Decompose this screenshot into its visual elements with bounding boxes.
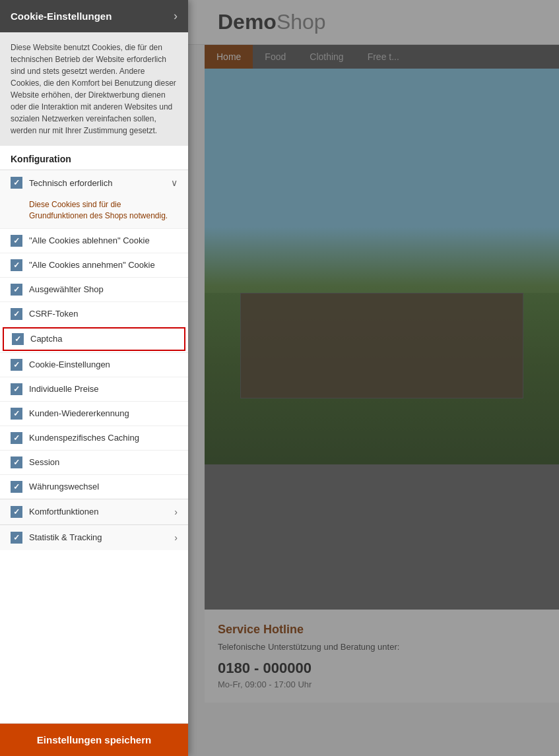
cookie-item-kundenspezifisches-caching[interactable]: ✓ Kundenspezifisches Caching xyxy=(0,425,188,450)
check-icon: ✓ xyxy=(13,178,20,187)
service-hours: Mo-Fr, 09:00 - 17:00 Uhr xyxy=(218,679,546,689)
cookie-list: ✓ Technisch erforderlich ∨ Diese Cookies… xyxy=(0,170,188,723)
kunden-wiedererkennung-checkbox[interactable]: ✓ xyxy=(11,408,22,420)
check-icon: ✓ xyxy=(13,360,20,369)
service-phone: 0180 - 000000 xyxy=(218,660,546,677)
kundenspezifisches-caching-label: Kundenspezifisches Caching xyxy=(29,433,139,443)
check-icon: ✓ xyxy=(13,409,20,418)
captcha-label: Captcha xyxy=(30,334,62,344)
shop-hero-image xyxy=(205,69,559,464)
statistik-tracking-checkbox[interactable]: ✓ xyxy=(11,532,22,544)
check-icon: ✓ xyxy=(13,236,20,245)
captcha-checkbox[interactable]: ✓ xyxy=(12,333,24,345)
individuelle-preise-label: Individuelle Preise xyxy=(29,384,99,394)
nav-food[interactable]: Food xyxy=(253,45,298,69)
cookie-item-ausgewaehlter-shop[interactable]: ✓ Ausgewählter Shop xyxy=(0,277,188,301)
shop-logo: DemoShop xyxy=(218,10,326,34)
check-icon: ✓ xyxy=(13,285,20,294)
logo-light: Shop xyxy=(277,10,326,34)
cookie-item-cookie-einstellungen[interactable]: ✓ Cookie-Einstellungen xyxy=(0,352,188,377)
cookie-item-alle-ablehnen[interactable]: ✓ "Alle Cookies ablehnen" Cookie xyxy=(0,228,188,253)
statistik-tracking-chevron-icon: › xyxy=(174,532,178,543)
check-icon: ✓ xyxy=(13,533,20,542)
cookie-einstellungen-label: Cookie-Einstellungen xyxy=(29,360,110,369)
check-icon: ✓ xyxy=(15,334,21,344)
session-label: Session xyxy=(29,457,59,467)
cookie-description: Diese Website benutzt Cookies, die für d… xyxy=(0,32,188,146)
technisch-description: Diese Cookies sind für die Grundfunktion… xyxy=(0,195,188,228)
save-settings-button[interactable]: Einstellungen speichern xyxy=(0,724,188,756)
technisch-chevron-icon: ∨ xyxy=(171,177,178,188)
nav-home[interactable]: Home xyxy=(205,45,253,69)
cookie-panel-title: Cookie-Einstellungen xyxy=(11,11,112,22)
shop-content xyxy=(205,69,559,610)
konfiguration-section: Konfiguration xyxy=(0,146,188,170)
waehrungswechsel-label: Währungswechsel xyxy=(29,482,99,491)
cookie-group-statistik-tracking[interactable]: ✓ Statistik & Tracking › xyxy=(0,524,188,550)
waehrungswechsel-checkbox[interactable]: ✓ xyxy=(11,481,22,493)
cookie-item-alle-annehmen[interactable]: ✓ "Alle Cookies annehmen" Cookie xyxy=(0,253,188,277)
cookie-footer: Einstellungen speichern xyxy=(0,723,188,756)
service-title: Service Hotline xyxy=(218,623,546,637)
csrf-token-checkbox[interactable]: ✓ xyxy=(11,308,22,320)
kundenspezifisches-caching-checkbox[interactable]: ✓ xyxy=(11,432,22,444)
nav-free[interactable]: Free t... xyxy=(356,45,411,69)
konfiguration-title: Konfiguration xyxy=(11,154,178,164)
komfortfunktionen-chevron-icon: › xyxy=(174,507,178,517)
shop-nav: Home Food Clothing Free t... xyxy=(205,45,559,69)
statistik-tracking-label: Statistik & Tracking xyxy=(29,532,174,542)
komfortfunktionen-checkbox[interactable]: ✓ xyxy=(11,506,22,518)
check-icon: ✓ xyxy=(13,433,20,443)
cookie-panel: Cookie-Einstellungen › Diese Website ben… xyxy=(0,0,188,756)
cookie-category-technisch: ✓ Technisch erforderlich ∨ Diese Cookies… xyxy=(0,170,188,499)
ausgewaehlter-shop-label: Ausgewählter Shop xyxy=(29,284,104,294)
cookie-item-captcha[interactable]: ✓ Captcha xyxy=(3,327,185,351)
service-text: Telefonische Unterstützung und Beratung … xyxy=(218,642,546,652)
cookie-einstellungen-checkbox[interactable]: ✓ xyxy=(11,359,22,371)
alle-annehmen-checkbox[interactable]: ✓ xyxy=(11,259,22,271)
cookie-item-kunden-wiedererkennung[interactable]: ✓ Kunden-Wiedererkennung xyxy=(0,401,188,425)
komfortfunktionen-label: Komfortfunktionen xyxy=(29,507,174,517)
check-icon: ✓ xyxy=(13,385,20,394)
cookie-item-waehrungswechsel[interactable]: ✓ Währungswechsel xyxy=(0,474,188,499)
cookie-header: Cookie-Einstellungen › xyxy=(0,0,188,32)
ausgewaehlter-shop-checkbox[interactable]: ✓ xyxy=(11,284,22,296)
cookie-item-csrf-token[interactable]: ✓ CSRF-Token xyxy=(0,301,188,326)
cookie-panel-arrow-icon: › xyxy=(174,9,178,23)
cookie-item-individuelle-preise[interactable]: ✓ Individuelle Preise xyxy=(0,377,188,401)
cookie-group-komfortfunktionen[interactable]: ✓ Komfortfunktionen › xyxy=(0,499,188,524)
technisch-label: Technisch erforderlich xyxy=(29,178,171,188)
logo-bold: Demo xyxy=(218,10,277,34)
cookie-category-technisch-header[interactable]: ✓ Technisch erforderlich ∨ xyxy=(0,170,188,195)
session-checkbox[interactable]: ✓ xyxy=(11,457,22,468)
alle-ablehnen-checkbox[interactable]: ✓ xyxy=(11,235,22,247)
technisch-checkbox[interactable]: ✓ xyxy=(11,177,22,189)
check-icon: ✓ xyxy=(13,309,20,319)
check-icon: ✓ xyxy=(13,507,20,517)
service-section: Service Hotline Telefonische Unterstützu… xyxy=(205,610,559,703)
cookie-item-session[interactable]: ✓ Session xyxy=(0,450,188,474)
check-icon: ✓ xyxy=(13,482,20,491)
nav-clothing[interactable]: Clothing xyxy=(298,45,355,69)
check-icon: ✓ xyxy=(13,261,20,270)
check-icon: ✓ xyxy=(13,458,20,467)
alle-annehmen-label: "Alle Cookies annehmen" Cookie xyxy=(29,260,155,270)
individuelle-preise-checkbox[interactable]: ✓ xyxy=(11,383,22,395)
alle-ablehnen-label: "Alle Cookies ablehnen" Cookie xyxy=(29,236,150,245)
csrf-token-label: CSRF-Token xyxy=(29,309,78,319)
kunden-wiedererkennung-label: Kunden-Wiedererkennung xyxy=(29,408,129,418)
